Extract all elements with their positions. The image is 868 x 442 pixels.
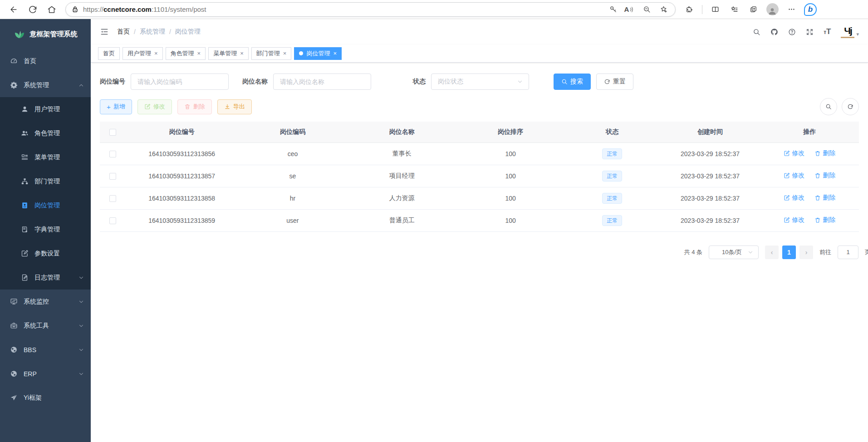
fullscreen-icon[interactable] (806, 28, 814, 36)
row-checkbox[interactable] (109, 195, 116, 202)
address-bar[interactable]: https://ccnetcore.com:1101/system/post A (65, 2, 676, 17)
status-select[interactable]: 岗位状态 (431, 74, 529, 90)
page-1-button[interactable]: 1 (782, 246, 796, 259)
close-icon[interactable]: × (240, 50, 244, 57)
cell-post-id: 1641030593112313857 (126, 165, 238, 187)
reset-button[interactable]: 重置 (596, 74, 633, 90)
breadcrumb-home[interactable]: 首页 (117, 28, 130, 36)
tab-label: 首页 (103, 49, 115, 58)
add-button[interactable]: + 新增 (100, 99, 132, 114)
sidebar-item-system-monitor[interactable]: 系统监控 (0, 290, 91, 314)
sidebar-collapse-icon[interactable] (100, 27, 109, 36)
browser-back-button[interactable] (5, 2, 22, 17)
row-checkbox[interactable] (109, 173, 116, 180)
avatar-caret-icon[interactable]: ▾ (856, 31, 859, 38)
help-icon[interactable] (788, 28, 796, 36)
extensions-button[interactable] (681, 2, 697, 17)
browser-refresh-button[interactable] (25, 2, 41, 17)
refresh-table-button[interactable] (842, 98, 859, 115)
read-aloud-button[interactable]: A (623, 3, 636, 16)
sidebar-item-menu-mgmt[interactable]: 菜单管理 (0, 145, 91, 169)
tab-post-mgmt[interactable]: 岗位管理× (294, 47, 342, 60)
paper-plane-icon (10, 394, 18, 402)
sidebar-item-home[interactable]: 首页 (0, 49, 91, 73)
app-logo: 意框架管理系统 (0, 19, 91, 49)
browser-profile-button[interactable] (764, 2, 780, 17)
sidebar-item-dict-mgmt[interactable]: 字典管理 (0, 217, 91, 241)
delete-button-label: 删除 (193, 103, 205, 111)
bing-chat-button[interactable]: b (802, 2, 819, 17)
tab-user-mgmt[interactable]: 用户管理× (123, 47, 163, 60)
search-icon (825, 103, 832, 110)
sidebar-item-erp[interactable]: ERP (0, 362, 91, 386)
edit-button[interactable]: 修改 (137, 99, 172, 114)
url-text[interactable]: https://ccnetcore.com:1101/system/post (83, 5, 603, 13)
text-size-icon[interactable]: тT (824, 27, 831, 36)
globe-icon (10, 370, 18, 378)
export-button[interactable]: 导出 (217, 99, 252, 114)
chevron-down-icon (78, 347, 84, 353)
add-favorite-button[interactable] (657, 3, 670, 16)
post-id-input[interactable] (131, 74, 229, 90)
app-title: 意框架管理系统 (30, 30, 78, 39)
row-delete-link[interactable]: 删除 (814, 149, 835, 157)
toggle-search-button[interactable] (820, 98, 837, 115)
close-icon[interactable]: × (283, 50, 287, 57)
github-icon[interactable] (770, 28, 778, 36)
edit-icon (144, 103, 151, 110)
edit-icon (784, 195, 790, 201)
sidebar-item-yi-framework[interactable]: Yi框架 (0, 386, 91, 410)
browser-settings-button[interactable] (783, 2, 799, 17)
sidebar-item-role-mgmt[interactable]: 角色管理 (0, 121, 91, 145)
row-delete-link[interactable]: 删除 (814, 194, 835, 202)
row-delete-link[interactable]: 删除 (814, 172, 835, 180)
row-checkbox[interactable] (109, 217, 116, 224)
sidebar-item-log-mgmt[interactable]: 日志管理 (0, 265, 91, 290)
ellipsis-icon (788, 5, 795, 13)
row-edit-link[interactable]: 修改 (784, 216, 804, 224)
row-edit-link[interactable]: 修改 (784, 194, 804, 202)
password-button[interactable] (607, 3, 619, 16)
delete-button[interactable]: 删除 (177, 99, 212, 114)
breadcrumb-system-mgmt[interactable]: 系统管理 (140, 28, 165, 36)
row-edit-link[interactable]: 修改 (784, 149, 804, 157)
goto-page-input[interactable] (838, 246, 858, 259)
tab-role-mgmt[interactable]: 角色管理× (166, 47, 206, 60)
page-content: 岗位编号 岗位名称 状态 岗位状态 搜索 (91, 63, 868, 442)
favorites-button[interactable] (726, 2, 742, 17)
close-icon[interactable]: × (333, 50, 337, 57)
zoom-out-button[interactable] (640, 3, 653, 16)
sidebar-item-bbs[interactable]: BBS (0, 338, 91, 362)
post-name-input[interactable] (273, 74, 371, 90)
sidebar-item-dept-mgmt[interactable]: 部门管理 (0, 169, 91, 193)
close-icon[interactable]: × (197, 50, 201, 57)
avatar-yi-logo: Чj (844, 26, 852, 36)
browser-home-button[interactable] (44, 2, 60, 17)
search-button[interactable]: 搜索 (554, 74, 591, 90)
cell-created-at: 2023-03-29 18:52:37 (660, 209, 760, 231)
breadcrumb: 首页 / 系统管理 / 岗位管理 (117, 28, 201, 36)
select-all-checkbox[interactable] (109, 129, 116, 136)
user-avatar[interactable]: Чj (841, 26, 854, 38)
tab-menu-mgmt[interactable]: 菜单管理× (208, 47, 249, 60)
sidebar-item-post-mgmt[interactable]: 岗位管理 (0, 193, 91, 217)
sidebar-item-system-tools[interactable]: 系统工具 (0, 314, 91, 338)
sidebar-item-user-mgmt[interactable]: 用户管理 (0, 97, 91, 121)
header-search-icon[interactable] (753, 28, 760, 36)
row-checkbox[interactable] (109, 151, 116, 157)
sidebar-item-system-mgmt[interactable]: 系统管理 (0, 73, 91, 97)
user-icon (21, 105, 29, 113)
toolbox-icon (10, 322, 18, 329)
prev-page-button[interactable]: ‹ (765, 246, 779, 259)
tab-home[interactable]: 首页 (98, 47, 120, 60)
next-page-button[interactable]: › (799, 246, 813, 259)
page-size-select[interactable]: 10条/页 (709, 246, 759, 259)
row-delete-link[interactable]: 删除 (814, 216, 835, 224)
row-edit-link[interactable]: 修改 (784, 172, 804, 180)
col-created-at: 创建时间 (660, 122, 760, 142)
sidebar-item-param-settings[interactable]: 参数设置 (0, 241, 91, 265)
tab-dept-mgmt[interactable]: 部门管理× (251, 47, 292, 60)
collections-button[interactable] (745, 2, 761, 17)
split-screen-button[interactable] (707, 2, 723, 17)
close-icon[interactable]: × (154, 50, 158, 57)
